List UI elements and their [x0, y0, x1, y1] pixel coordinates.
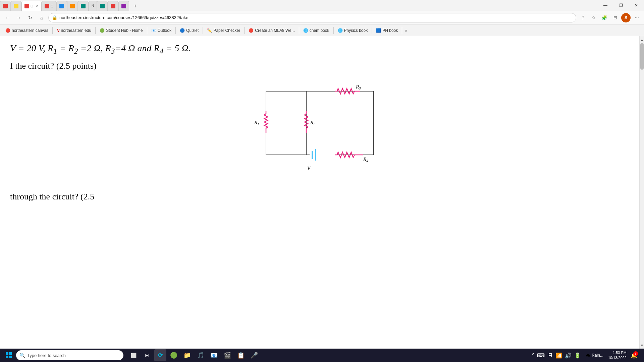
- bookmark-label-10: PH book: [382, 28, 398, 33]
- weather-widget[interactable]: 🌧 Rain...: [584, 353, 605, 358]
- tab-8-label: N: [92, 4, 94, 8]
- bookmark-label-2: northeastern.edu: [61, 28, 91, 33]
- bookmark-chem-book[interactable]: 🌐 chem book: [301, 26, 332, 35]
- bookmark-ph-book[interactable]: 🟦 PH book: [373, 26, 400, 35]
- weather-label: Rain...: [592, 353, 603, 358]
- taskbar-video[interactable]: 🎬: [221, 349, 233, 361]
- tab-3-label: C: [31, 4, 33, 8]
- tab-3-active[interactable]: C ✕: [21, 1, 42, 11]
- monitor-icon[interactable]: 🖥: [547, 352, 553, 358]
- bookmark-icon-2: N: [57, 28, 60, 33]
- mail-icon: 📧: [210, 352, 218, 359]
- bookmarks-bar: 🔴 northeastern canvas N northeastern.edu…: [0, 25, 644, 36]
- tab-favicon-5: [59, 4, 64, 8]
- tab-5[interactable]: [56, 1, 67, 11]
- separator-9: [372, 27, 372, 34]
- volume-icon[interactable]: 🔊: [565, 352, 572, 359]
- bookmarks-more-button[interactable]: »: [404, 28, 409, 33]
- favorite-button[interactable]: ☆: [589, 13, 598, 22]
- battery-icon[interactable]: 🔋: [574, 352, 581, 359]
- scrollbar-thumb[interactable]: [640, 43, 644, 70]
- url-bar[interactable]: 🔒 northeastern.instructure.com/courses/1…: [48, 13, 576, 22]
- bookmark-icon-4: 📧: [151, 28, 156, 33]
- tab-4-label: C: [51, 4, 53, 8]
- search-bar[interactable]: 🔍 Type here to search: [16, 350, 123, 360]
- tab-close-3[interactable]: ✕: [36, 4, 39, 8]
- bookmark-paper-checker[interactable]: ✏️ Paper Checker: [204, 26, 243, 35]
- taskbar-chrome[interactable]: 🟢: [168, 349, 180, 361]
- scrollbar[interactable]: ▼ ▲: [639, 36, 644, 349]
- profile-button[interactable]: S: [621, 13, 631, 22]
- taskbar-apps: ⬜ ⊞ ⟳ 🟢 📁 🎵 📧 🎬 📋 🎤: [127, 349, 260, 361]
- separator-5: [203, 27, 203, 34]
- sidebar-button[interactable]: ⊟: [610, 13, 620, 22]
- keyboard-icon[interactable]: ⌨: [537, 352, 545, 359]
- address-bar: ← → ↻ ⌂ 🔒 northeastern.instructure.com/c…: [0, 11, 644, 25]
- minimize-button[interactable]: —: [598, 0, 613, 11]
- edge-icon: ⟳: [158, 352, 163, 359]
- refresh-button[interactable]: ↻: [25, 13, 35, 22]
- taskbar-explorer[interactable]: 📁: [181, 349, 193, 361]
- tab-7[interactable]: [78, 1, 89, 11]
- tab-favicon-3: [24, 4, 29, 8]
- bookmark-quizlet[interactable]: 🔵 Quizlet: [177, 26, 201, 35]
- settings-button[interactable]: ⋯: [632, 13, 641, 22]
- home-button[interactable]: ⌂: [37, 13, 46, 22]
- forward-button[interactable]: →: [14, 13, 23, 22]
- separator-8: [333, 27, 334, 34]
- taskbar-mic-app[interactable]: 🎤: [248, 349, 260, 361]
- clock[interactable]: 1:53 PM 10/13/2022: [608, 350, 627, 361]
- tab-10[interactable]: [108, 1, 118, 11]
- scroll-up-arrow[interactable]: ▲: [640, 38, 644, 42]
- share-button[interactable]: ⤴: [578, 13, 588, 22]
- separator-3: [147, 27, 147, 34]
- svg-text:R4: R4: [363, 157, 368, 163]
- svg-text:V: V: [307, 166, 311, 171]
- wifi-icon[interactable]: 📶: [555, 352, 562, 359]
- tab-favicon-4: [45, 4, 49, 8]
- restore-button[interactable]: ❐: [613, 0, 629, 11]
- bookmark-northeastern-edu[interactable]: N northeastern.edu: [54, 26, 94, 35]
- taskbar: 🔍 Type here to search ⬜ ⊞ ⟳ 🟢 📁 🎵 📧 🎬: [0, 349, 644, 362]
- separator-2: [95, 27, 96, 34]
- mic-app-icon: 🎤: [251, 352, 258, 359]
- tab-9[interactable]: [97, 1, 108, 11]
- taskbar-notes[interactable]: 📋: [235, 349, 247, 361]
- url-text: northeastern.instructure.com/courses/126…: [59, 15, 573, 20]
- taskbar-edge[interactable]: ⟳: [154, 349, 166, 361]
- start-button[interactable]: [3, 349, 15, 361]
- bookmark-icon-8: 🌐: [303, 28, 308, 33]
- tab-1[interactable]: [0, 1, 11, 11]
- tab-6[interactable]: [67, 1, 78, 11]
- widgets-button[interactable]: ⊞: [141, 349, 153, 361]
- tab-4[interactable]: C: [42, 1, 56, 11]
- task-view-button[interactable]: ⬜: [127, 349, 140, 361]
- bookmark-icon-7: 🔴: [249, 28, 254, 33]
- bookmark-mla[interactable]: 🔴 Create an MLA8 We...: [246, 26, 298, 35]
- back-button[interactable]: ←: [3, 13, 12, 22]
- bookmark-label-3: Student Hub - Home: [106, 28, 143, 33]
- tab-8[interactable]: N: [89, 1, 97, 11]
- bookmark-student-hub[interactable]: 🟢 Student Hub - Home: [97, 26, 145, 35]
- question-2-text: through the circuit? (2.5: [10, 192, 629, 202]
- notification-button[interactable]: 🔔 3: [629, 351, 639, 360]
- taskbar-mail[interactable]: 📧: [208, 349, 220, 361]
- folder-icon: 📁: [183, 352, 191, 359]
- tab-2[interactable]: [11, 1, 21, 11]
- close-button[interactable]: ✕: [629, 0, 644, 11]
- bookmark-physics-book[interactable]: 🌐 Physics book: [335, 26, 371, 35]
- tab-favicon-6: [70, 4, 75, 8]
- chrome-icon: 🟢: [170, 352, 177, 359]
- taskbar-spotify[interactable]: 🎵: [195, 349, 207, 361]
- new-tab-button[interactable]: +: [130, 1, 140, 11]
- bookmark-outlook[interactable]: 📧 Outlook: [149, 26, 174, 35]
- scroll-down-arrow[interactable]: ▼: [640, 343, 644, 347]
- show-hidden-icons[interactable]: ^: [532, 352, 535, 358]
- svg-text:R3: R3: [356, 84, 361, 90]
- bookmark-northeastern-canvas[interactable]: 🔴 northeastern canvas: [3, 26, 51, 35]
- tab-11[interactable]: [118, 1, 129, 11]
- extensions-button[interactable]: 🧩: [600, 13, 609, 22]
- taskbar-tray: ^ ⌨ 🖥 📶 🔊 🔋 🌧 Rain... 1:53 PM 10/13/2022…: [532, 350, 641, 361]
- clock-time: 1:53 PM: [608, 350, 627, 355]
- spotify-icon: 🎵: [197, 352, 204, 359]
